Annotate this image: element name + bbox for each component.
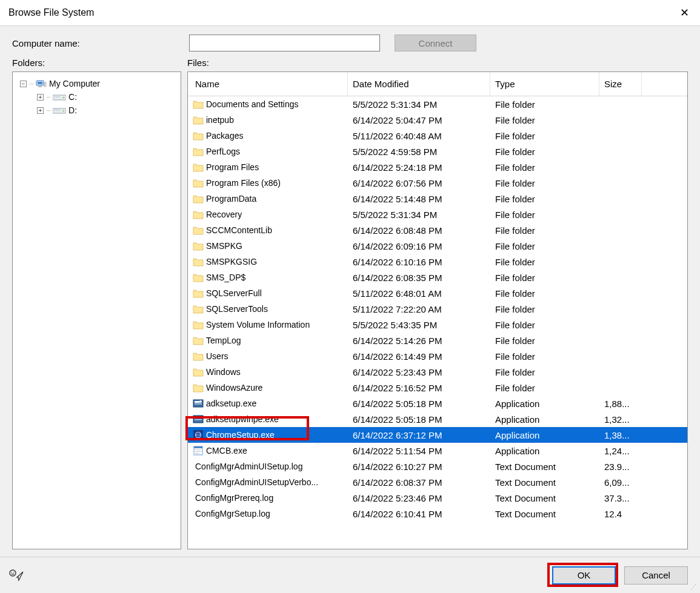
file-row[interactable]: Packages5/11/2022 6:40:48 AMFile folder [188, 128, 687, 144]
file-name: SMS_DP$ [206, 273, 245, 282]
file-date: 6/14/2022 5:05:18 PM [348, 399, 490, 409]
file-name: ConfigMgrAdminUISetupVerbo... [195, 477, 318, 487]
file-type: File folder [490, 99, 599, 110]
file-type: File folder [490, 273, 599, 283]
cancel-button[interactable]: Cancel [624, 566, 688, 585]
file-row[interactable]: ConfigMgrAdminUISetup.log6/14/2022 6:10:… [188, 459, 687, 474]
file-row[interactable]: ConfigMgrSetup.log6/14/2022 6:10:41 PMTe… [188, 506, 687, 522]
expand-icon[interactable]: + [37, 94, 44, 101]
file-row[interactable]: SMS_DP$6/14/2022 6:08:35 PMFile folder [188, 270, 687, 285]
file-name: inetpub [206, 115, 234, 125]
tree-root[interactable]: − ··· My Computer [16, 77, 177, 90]
column-type[interactable]: Type [490, 72, 599, 96]
file-row[interactable]: Windows6/14/2022 5:23:43 PMFile folder [188, 364, 687, 380]
folder-icon [193, 382, 204, 393]
file-date: 6/14/2022 6:10:16 PM [348, 257, 490, 267]
file-name: ConfigMgrSetup.log [195, 509, 270, 518]
file-name: Program Files (x86) [206, 178, 281, 188]
collapse-icon[interactable]: − [20, 81, 27, 87]
file-row[interactable]: Program Files6/14/2022 5:24:18 PMFile fo… [188, 159, 687, 175]
connect-button[interactable]: Connect [395, 35, 476, 51]
ok-button[interactable]: OK [552, 566, 616, 585]
file-row[interactable]: ConfigMgrPrereq.log6/14/2022 5:23:46 PMT… [188, 490, 687, 506]
file-row[interactable]: ConfigMgrAdminUISetupVerbo...6/14/2022 6… [188, 474, 687, 490]
file-type: File folder [490, 320, 599, 330]
folder-icon [193, 272, 204, 283]
file-row[interactable]: ProgramData6/14/2022 5:14:48 PMFile fold… [188, 191, 687, 207]
file-name: Documents and Settings [206, 99, 299, 109]
file-size: 23.9... [599, 462, 642, 472]
folder-tree[interactable]: − ··· My Computer +···C:+···D: [12, 71, 181, 549]
file-row[interactable]: inetpub6/14/2022 5:04:47 PMFile folder [188, 112, 687, 128]
tree-drive[interactable]: +···C: [16, 90, 177, 104]
file-name: SQLServerTools [206, 304, 268, 314]
file-name: SQLServerFull [206, 288, 262, 298]
file-date: 6/14/2022 6:08:37 PM [348, 477, 490, 488]
file-row[interactable]: Program Files (x86)6/14/2022 6:07:56 PMF… [188, 175, 687, 191]
file-type: File folder [490, 115, 599, 125]
folder-icon [193, 366, 204, 377]
file-row[interactable]: SMSPKG6/14/2022 6:09:16 PMFile folder [188, 238, 687, 254]
file-date: 6/14/2022 6:08:48 PM [348, 225, 490, 236]
file-date: 6/14/2022 6:10:41 PM [348, 509, 490, 519]
file-row[interactable]: SQLServerTools5/11/2022 7:22:20 AMFile f… [188, 301, 687, 317]
folder-icon [193, 193, 204, 204]
files-list[interactable]: Documents and Settings5/5/2022 5:31:34 P… [188, 96, 687, 549]
file-date: 5/11/2022 7:22:20 AM [348, 304, 490, 314]
file-date: 6/14/2022 5:14:48 PM [348, 194, 490, 204]
folder-icon [193, 351, 204, 362]
close-icon[interactable]: ✕ [677, 6, 692, 19]
file-size: 1,38... [599, 430, 642, 440]
file-row[interactable]: SQLServerFull5/11/2022 6:48:01 AMFile fo… [188, 285, 687, 301]
file-row[interactable]: Documents and Settings5/5/2022 5:31:34 P… [188, 96, 687, 112]
folder-icon [193, 99, 204, 110]
file-row[interactable]: Recovery5/5/2022 5:31:34 PMFile folder [188, 207, 687, 222]
column-size[interactable]: Size [599, 72, 642, 96]
file-type: File folder [490, 131, 599, 141]
file-name: ChromeSetup.exe [206, 430, 275, 440]
file-row[interactable]: SMSPKGSIG6/14/2022 6:10:16 PMFile folder [188, 254, 687, 270]
file-date: 6/14/2022 6:07:56 PM [348, 178, 490, 188]
file-row[interactable]: adksetupwinpe.exe6/14/2022 5:05:18 PMApp… [188, 411, 687, 427]
file-name: Program Files [206, 162, 259, 172]
column-name[interactable]: Name [188, 72, 348, 96]
file-type: File folder [490, 162, 599, 173]
folder-icon [193, 335, 204, 346]
folder-icon [193, 209, 204, 220]
files-header: Name Date Modified Type Size [188, 72, 687, 96]
file-name: Users [206, 351, 228, 361]
expand-icon[interactable]: + [37, 107, 44, 114]
computer-name-input[interactable] [189, 35, 380, 51]
pane-labels: Folders: Files: [0, 58, 700, 71]
file-row[interactable]: adksetup.exe6/14/2022 5:05:18 PMApplicat… [188, 396, 687, 411]
file-row[interactable]: TempLog6/14/2022 5:14:26 PMFile folder [188, 333, 687, 348]
feedback-icon[interactable] [8, 568, 25, 583]
folders-label: Folders: [12, 58, 187, 68]
file-date: 5/11/2022 6:40:48 AM [348, 131, 490, 141]
file-row[interactable]: CMCB.exe6/14/2022 5:11:54 PMApplication1… [188, 443, 687, 459]
folder-icon [193, 240, 204, 251]
file-row[interactable]: ChromeSetup.exe6/14/2022 6:37:12 PMAppli… [188, 427, 687, 443]
file-size: 12.4 [599, 509, 642, 519]
folder-icon [193, 303, 204, 314]
folder-icon [193, 114, 204, 125]
tree-drive-label: C: [68, 92, 77, 102]
folder-icon [193, 288, 204, 299]
file-row[interactable]: SCCMContentLib6/14/2022 6:08:48 PMFile f… [188, 222, 687, 238]
column-date[interactable]: Date Modified [348, 72, 490, 96]
file-row[interactable]: PerfLogs5/5/2022 4:59:58 PMFile folder [188, 144, 687, 159]
file-row[interactable]: System Volume Information5/5/2022 5:43:3… [188, 317, 687, 333]
file-date: 6/14/2022 5:14:26 PM [348, 336, 490, 346]
tree-drive[interactable]: +···D: [16, 104, 177, 117]
file-type: File folder [490, 178, 599, 188]
file-row[interactable]: WindowsAzure6/14/2022 5:16:52 PMFile fol… [188, 380, 687, 396]
file-size: 1,24... [599, 446, 642, 456]
file-type: File folder [490, 210, 599, 220]
file-date: 6/14/2022 5:24:18 PM [348, 162, 490, 173]
file-type: File folder [490, 304, 599, 314]
resize-grip-icon[interactable]: ⋰ [690, 583, 699, 592]
file-date: 5/5/2022 4:59:58 PM [348, 147, 490, 157]
file-name: adksetupwinpe.exe [206, 414, 279, 424]
file-row[interactable]: Users6/14/2022 6:14:49 PMFile folder [188, 348, 687, 364]
exe-icon [193, 429, 204, 440]
